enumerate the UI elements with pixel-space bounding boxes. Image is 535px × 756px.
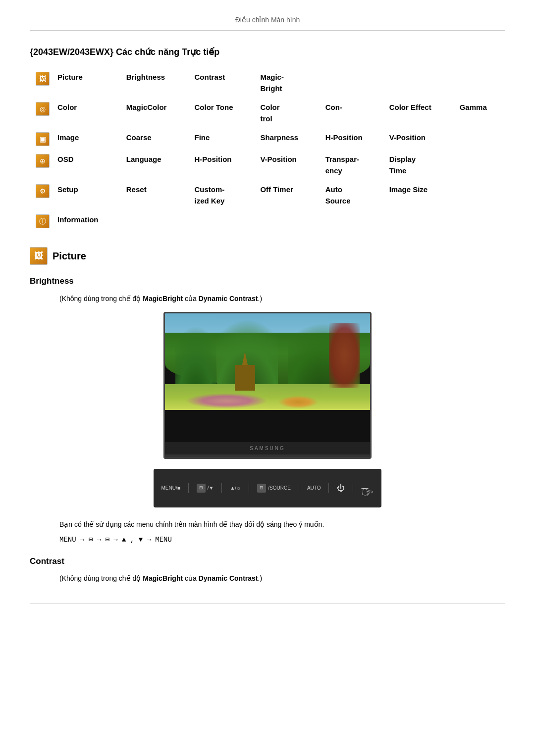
control-panel: MENU/■ ⊟ /▼ ▲/☼ ⊟ /SOURCE (154, 469, 382, 507)
ctrl-divider-6 (353, 483, 353, 493)
menu-label-information: Information (52, 210, 120, 232)
ctrl-source-group: ⊟ /SOURCE (257, 484, 291, 493)
brightness-menu-path: MENU → ⊟ → ⊟ → ▲ , ▼ → MENU (59, 535, 505, 545)
table-row: 🖼 Picture Brightness Contrast Magic-Brig… (30, 68, 505, 98)
ctrl-menu-group: MENU/■ (161, 484, 180, 492)
icon-cell-setup: ⚙ (30, 180, 52, 210)
menu-item-coarse: Coarse (120, 128, 189, 150)
icon-cell-info: ⓘ (30, 210, 52, 232)
table-row: ▣ Image Coarse Fine Sharpness H-Position… (30, 128, 505, 150)
menu-item-vpos: V-Position (254, 150, 319, 180)
ctrl-auto-label: AUTO (307, 484, 321, 492)
monitor-screen (165, 313, 370, 442)
menu-item-transparency: Transpar-ency (320, 150, 383, 180)
menu-item-autosource: AutoSource (320, 180, 383, 210)
picture-heading-text: Picture (53, 249, 86, 263)
bottom-divider (30, 604, 505, 604)
icon-cell-color: ◎ (30, 98, 52, 128)
contrast-section: Contrast (Không dùng trong chế độ MagicB… (30, 555, 505, 584)
menu-item-brightness: Brightness (120, 68, 189, 98)
menu-item-hposition: H-Position (320, 128, 383, 150)
contrast-heading: Contrast (30, 555, 505, 568)
menu-item-con: Con- (320, 98, 383, 128)
monitor-brand: SAMSUNG (165, 442, 370, 454)
menu-item-language: Language (120, 150, 189, 180)
ctrl-divider-5 (328, 483, 329, 493)
table-row: ⓘ Information (30, 210, 505, 232)
menu-label-setup: Setup (52, 180, 120, 210)
menu-item-hpos: H-Position (188, 150, 254, 180)
menu-item-vposition: V-Position (383, 128, 454, 150)
menu-item-coloreffect: Color Effect (383, 98, 454, 128)
osd-icon: ⊕ (36, 154, 50, 168)
menu-item-magiccolor: MagicColor (120, 98, 189, 128)
menu-item-gamma: Gamma (454, 98, 505, 128)
hand-cursor: ☞ (361, 483, 374, 504)
menu-label-image: Image (52, 128, 120, 150)
power-icon[interactable]: ⏻ (337, 482, 345, 494)
header-title: Điều chỉnh Màn hình (235, 16, 300, 24)
ctrl-power-group: ⏻ (337, 482, 345, 494)
menu-item-reset: Reset (120, 180, 189, 210)
menu-item-displaytime: DisplayTime (383, 150, 454, 180)
ctrl-divider-1 (188, 483, 189, 493)
page-header: Điều chỉnh Màn hình (30, 15, 505, 31)
menu-item-colortone: Color Tone (188, 98, 254, 128)
menu-label-picture: Picture (52, 68, 120, 98)
table-row: ◎ Color MagicColor Color Tone Colortrol … (30, 98, 505, 128)
ctrl-btn-1[interactable]: ⊟ (197, 484, 206, 493)
monitor-image-container: SAMSUNG (30, 312, 505, 459)
ctrl-divider-3 (249, 483, 249, 493)
color-icon: ◎ (36, 102, 50, 116)
brightness-description: (Không dùng trong chế độ MagicBright của… (59, 294, 505, 304)
monitor-frame: SAMSUNG (163, 312, 372, 459)
menu-item-sharpness: Sharpness (254, 128, 319, 150)
picture-section-icon: 🖼 (30, 247, 48, 265)
table-row: ⚙ Setup Reset Custom-ized Key Off Timer … (30, 180, 505, 210)
menu-item-customizedkey: Custom-ized Key (188, 180, 254, 210)
picture-section: 🖼 Picture Brightness (Không dùng trong c… (30, 247, 505, 584)
menu-item-offtimer: Off Timer (254, 180, 319, 210)
icon-cell-osd: ⊕ (30, 150, 52, 180)
icon-cell-picture: 🖼 (30, 68, 52, 98)
brightness-body-text: Bạn có thể sử dụng các menu chính trên m… (59, 519, 505, 530)
image-icon: ▣ (36, 132, 50, 146)
ctrl-menu-label: MENU/■ (161, 484, 180, 492)
ctrl-auto-group: AUTO (307, 484, 321, 492)
menu-item-magicbright: Magic-Bright (254, 68, 319, 98)
menu-label-color: Color (52, 98, 120, 128)
ctrl-up-group: ▲/☼ (230, 484, 241, 492)
menu-label-osd: OSD (52, 150, 120, 180)
info-icon: ⓘ (36, 214, 50, 228)
control-panel-container: MENU/■ ⊟ /▼ ▲/☼ ⊟ /SOURCE (30, 469, 505, 507)
picture-heading: 🖼 Picture (30, 247, 505, 265)
ctrl-divider-4 (299, 483, 299, 493)
table-row: ⊕ OSD Language H-Position V-Position Tra… (30, 150, 505, 180)
picture-icon: 🖼 (36, 72, 50, 86)
brightness-section: Brightness (Không dùng trong chế độ Magi… (30, 275, 505, 545)
ctrl-button-group: ⊟ /▼ (197, 484, 214, 493)
setup-icon: ⚙ (36, 184, 50, 198)
ctrl-divider-2 (221, 483, 222, 493)
menu-item-contrast: Contrast (188, 68, 254, 98)
menu-table: 🖼 Picture Brightness Contrast Magic-Brig… (30, 68, 505, 232)
ctrl-btn-source[interactable]: ⊟ (257, 484, 266, 493)
menu-item-color: Colortrol (254, 98, 319, 128)
menu-item-imagesize: Image Size (383, 180, 454, 210)
page-wrapper: Điều chỉnh Màn hình {2043EW/2043EWX} Các… (0, 0, 535, 619)
section-title: {2043EW/2043EWX} Các chức năng Trực tiếp (30, 46, 505, 59)
brightness-heading: Brightness (30, 275, 505, 288)
menu-item-fine: Fine (188, 128, 254, 150)
contrast-description: (Không dùng trong chế độ MagicBright của… (59, 573, 505, 584)
icon-cell-image: ▣ (30, 128, 52, 150)
